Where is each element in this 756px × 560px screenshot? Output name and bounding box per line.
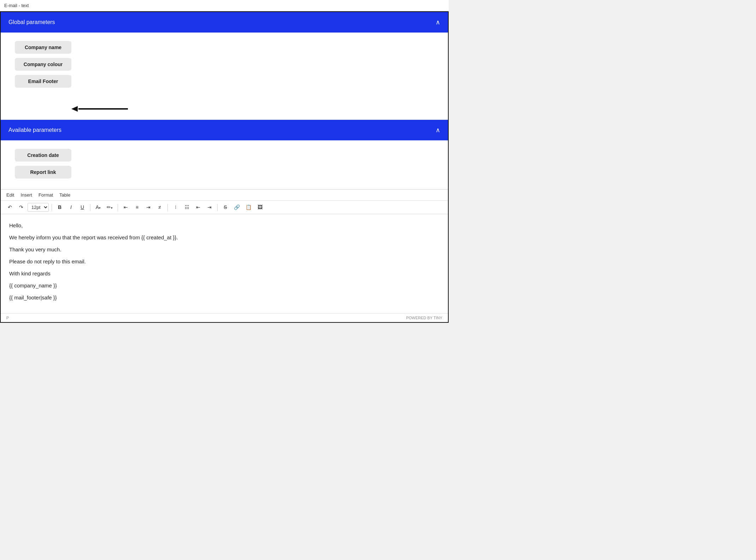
main-panel: Global parameters ∧ Company name Company… (0, 11, 449, 323)
available-params-body: Creation date Report link (1, 140, 448, 189)
menu-insert[interactable]: Insert (20, 192, 32, 198)
report-link-button[interactable]: Report link (15, 166, 71, 179)
editor-toolbar: ↶ ↷ 12pt 10pt 14pt 16pt 18pt B I U A▾ ✏▾… (1, 201, 448, 214)
indent-button[interactable]: ⇥ (205, 203, 214, 212)
global-params-section: Global parameters ∧ Company name Company… (1, 12, 448, 119)
numbered-list-button[interactable]: ☷ (182, 203, 192, 212)
align-justify-button[interactable]: ≠ (155, 203, 165, 212)
highlight-button[interactable]: ✏▾ (105, 203, 115, 212)
toolbar-sep-2 (90, 204, 90, 211)
align-left-button[interactable]: ⇤ (121, 203, 131, 212)
link-button[interactable]: 🔗 (232, 203, 242, 212)
redo-button[interactable]: ↷ (16, 203, 26, 212)
svg-marker-1 (71, 106, 78, 112)
clipboard-button[interactable]: 📋 (243, 203, 254, 212)
company-colour-button[interactable]: Company colour (15, 58, 71, 71)
content-line-2: We hereby inform you that the report was… (9, 233, 439, 242)
paragraph-indicator: P (6, 316, 9, 320)
editor-menu-bar: Edit Insert Format Table (1, 189, 448, 201)
content-line-1: Hello, (9, 221, 439, 230)
align-right-button[interactable]: ⇥ (143, 203, 153, 212)
global-params-body: Company name Company colour Email Footer (1, 33, 448, 98)
available-params-label: Available parameters (8, 127, 61, 133)
toolbar-sep-5 (217, 204, 218, 211)
creation-date-button[interactable]: Creation date (15, 149, 71, 162)
align-center-button[interactable]: ≡ (132, 203, 142, 212)
content-line-7: {{ mail_footer|safe }} (9, 293, 439, 302)
content-line-6: {{ company_name }} (9, 281, 439, 290)
available-params-chevron[interactable]: ∧ (436, 126, 440, 134)
toolbar-sep-1 (52, 204, 52, 211)
email-footer-button[interactable]: Email Footer (15, 75, 71, 88)
powered-by-label: POWERED BY TINY (406, 316, 442, 320)
page-title-bar: E-mail - text (0, 0, 449, 11)
toolbar-sep-4 (167, 204, 168, 211)
outdent-button[interactable]: ⇤ (193, 203, 203, 212)
company-name-button[interactable]: Company name (15, 41, 71, 54)
toolbar-sep-3 (118, 204, 118, 211)
content-line-4: Please do not reply to this email. (9, 257, 439, 266)
menu-edit[interactable]: Edit (6, 192, 14, 198)
image-button[interactable]: 🖼 (255, 203, 265, 212)
menu-table[interactable]: Table (59, 192, 70, 198)
underline-button[interactable]: U (77, 203, 87, 212)
page-title: E-mail - text (0, 0, 449, 11)
editor-footer: P POWERED BY TINY (1, 313, 448, 322)
menu-format[interactable]: Format (39, 192, 53, 198)
font-size-select[interactable]: 12pt 10pt 14pt 16pt 18pt (28, 203, 49, 212)
editor-wrapper: Edit Insert Format Table ↶ ↷ 12pt 10pt 1… (1, 189, 448, 322)
editor-content[interactable]: Hello, We hereby inform you that the rep… (1, 214, 448, 313)
global-params-chevron[interactable]: ∧ (436, 18, 440, 26)
available-params-section: Available parameters ∧ Creation date Rep… (1, 120, 448, 189)
bullet-list-button[interactable]: ⁝ (171, 203, 181, 212)
content-line-5: With kind regards (9, 269, 439, 278)
strikethrough-button[interactable]: S (220, 203, 230, 212)
arrow-annotation (1, 98, 448, 119)
arrow-icon (71, 105, 128, 113)
italic-button[interactable]: I (66, 203, 76, 212)
content-line-3: Thank you very much. (9, 245, 439, 254)
global-params-label: Global parameters (8, 19, 55, 25)
global-params-header[interactable]: Global parameters ∧ (1, 12, 448, 33)
bold-button[interactable]: B (55, 203, 65, 212)
available-params-header[interactable]: Available parameters ∧ (1, 120, 448, 140)
undo-button[interactable]: ↶ (5, 203, 15, 212)
text-color-button[interactable]: A▾ (93, 203, 103, 212)
